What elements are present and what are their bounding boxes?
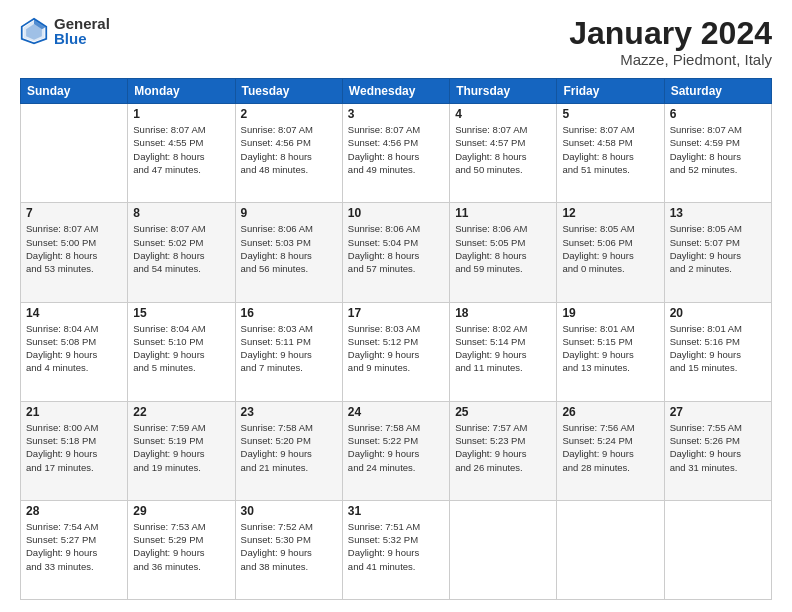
day-number: 16 — [241, 306, 337, 320]
table-row: 10Sunrise: 8:06 AMSunset: 5:04 PMDayligh… — [342, 203, 449, 302]
table-row: 11Sunrise: 8:06 AMSunset: 5:05 PMDayligh… — [450, 203, 557, 302]
table-row: 5Sunrise: 8:07 AMSunset: 4:58 PMDaylight… — [557, 104, 664, 203]
day-number: 12 — [562, 206, 658, 220]
table-row — [557, 500, 664, 599]
weekday-header-row: Sunday Monday Tuesday Wednesday Thursday… — [21, 79, 772, 104]
table-row: 14Sunrise: 8:04 AMSunset: 5:08 PMDayligh… — [21, 302, 128, 401]
day-info: Sunrise: 8:07 AMSunset: 4:58 PMDaylight:… — [562, 123, 658, 176]
day-info: Sunrise: 7:52 AMSunset: 5:30 PMDaylight:… — [241, 520, 337, 573]
logo-icon — [20, 17, 48, 45]
day-number: 4 — [455, 107, 551, 121]
day-info: Sunrise: 8:04 AMSunset: 5:10 PMDaylight:… — [133, 322, 229, 375]
day-number: 9 — [241, 206, 337, 220]
table-row: 7Sunrise: 8:07 AMSunset: 5:00 PMDaylight… — [21, 203, 128, 302]
day-info: Sunrise: 8:00 AMSunset: 5:18 PMDaylight:… — [26, 421, 122, 474]
month-title: January 2024 — [569, 16, 772, 51]
day-info: Sunrise: 8:04 AMSunset: 5:08 PMDaylight:… — [26, 322, 122, 375]
day-info: Sunrise: 8:03 AMSunset: 5:11 PMDaylight:… — [241, 322, 337, 375]
day-number: 13 — [670, 206, 766, 220]
table-row: 16Sunrise: 8:03 AMSunset: 5:11 PMDayligh… — [235, 302, 342, 401]
day-info: Sunrise: 8:07 AMSunset: 4:59 PMDaylight:… — [670, 123, 766, 176]
day-info: Sunrise: 8:07 AMSunset: 4:56 PMDaylight:… — [348, 123, 444, 176]
table-row: 30Sunrise: 7:52 AMSunset: 5:30 PMDayligh… — [235, 500, 342, 599]
day-info: Sunrise: 8:05 AMSunset: 5:07 PMDaylight:… — [670, 222, 766, 275]
day-info: Sunrise: 8:06 AMSunset: 5:05 PMDaylight:… — [455, 222, 551, 275]
table-row: 4Sunrise: 8:07 AMSunset: 4:57 PMDaylight… — [450, 104, 557, 203]
table-row: 29Sunrise: 7:53 AMSunset: 5:29 PMDayligh… — [128, 500, 235, 599]
day-info: Sunrise: 8:01 AMSunset: 5:16 PMDaylight:… — [670, 322, 766, 375]
header-saturday: Saturday — [664, 79, 771, 104]
day-info: Sunrise: 8:07 AMSunset: 4:55 PMDaylight:… — [133, 123, 229, 176]
day-info: Sunrise: 7:55 AMSunset: 5:26 PMDaylight:… — [670, 421, 766, 474]
day-number: 8 — [133, 206, 229, 220]
location: Mazze, Piedmont, Italy — [569, 51, 772, 68]
day-number: 11 — [455, 206, 551, 220]
table-row: 17Sunrise: 8:03 AMSunset: 5:12 PMDayligh… — [342, 302, 449, 401]
table-row — [450, 500, 557, 599]
day-number: 31 — [348, 504, 444, 518]
table-row: 19Sunrise: 8:01 AMSunset: 5:15 PMDayligh… — [557, 302, 664, 401]
table-row: 24Sunrise: 7:58 AMSunset: 5:22 PMDayligh… — [342, 401, 449, 500]
day-info: Sunrise: 7:59 AMSunset: 5:19 PMDaylight:… — [133, 421, 229, 474]
logo-text: General Blue — [54, 16, 110, 46]
day-number: 22 — [133, 405, 229, 419]
table-row: 9Sunrise: 8:06 AMSunset: 5:03 PMDaylight… — [235, 203, 342, 302]
day-number: 29 — [133, 504, 229, 518]
calendar-week-row: 14Sunrise: 8:04 AMSunset: 5:08 PMDayligh… — [21, 302, 772, 401]
header-thursday: Thursday — [450, 79, 557, 104]
day-info: Sunrise: 8:05 AMSunset: 5:06 PMDaylight:… — [562, 222, 658, 275]
header-wednesday: Wednesday — [342, 79, 449, 104]
table-row: 1Sunrise: 8:07 AMSunset: 4:55 PMDaylight… — [128, 104, 235, 203]
day-info: Sunrise: 7:58 AMSunset: 5:20 PMDaylight:… — [241, 421, 337, 474]
table-row: 20Sunrise: 8:01 AMSunset: 5:16 PMDayligh… — [664, 302, 771, 401]
table-row: 12Sunrise: 8:05 AMSunset: 5:06 PMDayligh… — [557, 203, 664, 302]
table-row: 8Sunrise: 8:07 AMSunset: 5:02 PMDaylight… — [128, 203, 235, 302]
logo-general-text: General — [54, 16, 110, 31]
header: General Blue January 2024 Mazze, Piedmon… — [20, 16, 772, 68]
header-sunday: Sunday — [21, 79, 128, 104]
day-info: Sunrise: 8:07 AMSunset: 4:56 PMDaylight:… — [241, 123, 337, 176]
day-number: 15 — [133, 306, 229, 320]
header-monday: Monday — [128, 79, 235, 104]
day-info: Sunrise: 7:57 AMSunset: 5:23 PMDaylight:… — [455, 421, 551, 474]
day-number: 5 — [562, 107, 658, 121]
day-info: Sunrise: 7:54 AMSunset: 5:27 PMDaylight:… — [26, 520, 122, 573]
day-info: Sunrise: 8:06 AMSunset: 5:04 PMDaylight:… — [348, 222, 444, 275]
table-row — [664, 500, 771, 599]
day-number: 14 — [26, 306, 122, 320]
table-row: 15Sunrise: 8:04 AMSunset: 5:10 PMDayligh… — [128, 302, 235, 401]
day-info: Sunrise: 7:56 AMSunset: 5:24 PMDaylight:… — [562, 421, 658, 474]
day-number: 20 — [670, 306, 766, 320]
header-tuesday: Tuesday — [235, 79, 342, 104]
day-number: 24 — [348, 405, 444, 419]
table-row: 28Sunrise: 7:54 AMSunset: 5:27 PMDayligh… — [21, 500, 128, 599]
table-row: 6Sunrise: 8:07 AMSunset: 4:59 PMDaylight… — [664, 104, 771, 203]
logo-blue-text: Blue — [54, 31, 110, 46]
day-info: Sunrise: 7:53 AMSunset: 5:29 PMDaylight:… — [133, 520, 229, 573]
day-number: 26 — [562, 405, 658, 419]
calendar-week-row: 28Sunrise: 7:54 AMSunset: 5:27 PMDayligh… — [21, 500, 772, 599]
day-number: 28 — [26, 504, 122, 518]
day-info: Sunrise: 8:07 AMSunset: 5:00 PMDaylight:… — [26, 222, 122, 275]
day-number: 10 — [348, 206, 444, 220]
day-number: 19 — [562, 306, 658, 320]
table-row — [21, 104, 128, 203]
calendar-table: Sunday Monday Tuesday Wednesday Thursday… — [20, 78, 772, 600]
day-info: Sunrise: 8:01 AMSunset: 5:15 PMDaylight:… — [562, 322, 658, 375]
day-number: 3 — [348, 107, 444, 121]
day-number: 17 — [348, 306, 444, 320]
day-number: 23 — [241, 405, 337, 419]
day-info: Sunrise: 8:07 AMSunset: 5:02 PMDaylight:… — [133, 222, 229, 275]
table-row: 22Sunrise: 7:59 AMSunset: 5:19 PMDayligh… — [128, 401, 235, 500]
calendar-page: General Blue January 2024 Mazze, Piedmon… — [0, 0, 792, 612]
calendar-week-row: 21Sunrise: 8:00 AMSunset: 5:18 PMDayligh… — [21, 401, 772, 500]
day-number: 27 — [670, 405, 766, 419]
day-info: Sunrise: 7:51 AMSunset: 5:32 PMDaylight:… — [348, 520, 444, 573]
day-info: Sunrise: 8:06 AMSunset: 5:03 PMDaylight:… — [241, 222, 337, 275]
table-row: 21Sunrise: 8:00 AMSunset: 5:18 PMDayligh… — [21, 401, 128, 500]
table-row: 18Sunrise: 8:02 AMSunset: 5:14 PMDayligh… — [450, 302, 557, 401]
table-row: 25Sunrise: 7:57 AMSunset: 5:23 PMDayligh… — [450, 401, 557, 500]
table-row: 27Sunrise: 7:55 AMSunset: 5:26 PMDayligh… — [664, 401, 771, 500]
day-info: Sunrise: 8:02 AMSunset: 5:14 PMDaylight:… — [455, 322, 551, 375]
logo: General Blue — [20, 16, 110, 46]
